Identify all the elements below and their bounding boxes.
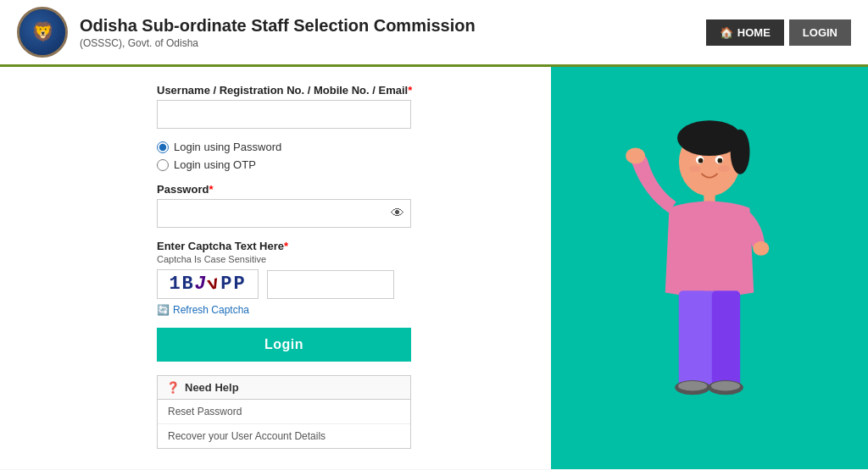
svg-point-6 <box>718 158 723 163</box>
header-text: Odisha Sub-ordinate Staff Selection Comm… <box>80 15 476 49</box>
captcha-required: * <box>284 240 288 252</box>
org-subtitle: (OSSSC), Govt. of Odisha <box>80 37 476 49</box>
login-button[interactable]: Login <box>157 328 411 362</box>
svg-rect-13 <box>679 290 707 385</box>
reset-password-link[interactable]: Reset Password <box>158 400 410 424</box>
svg-point-17 <box>678 381 707 390</box>
home-icon: 🏠 <box>720 26 733 39</box>
captcha-label: Enter Captcha Text Here* <box>157 240 526 252</box>
radio-otp-option[interactable]: Login using OTP <box>157 158 526 171</box>
svg-point-7 <box>689 165 700 172</box>
svg-point-2 <box>731 129 750 174</box>
radio-otp-label: Login using OTP <box>174 158 256 171</box>
refresh-captcha-button[interactable]: 🔄 Refresh Captcha <box>157 304 526 316</box>
svg-point-5 <box>698 158 704 163</box>
captcha-sublabel: Captcha Is Case Sensitive <box>157 254 526 264</box>
refresh-icon: 🔄 <box>157 304 170 316</box>
captcha-v: v <box>205 272 223 296</box>
home-button[interactable]: 🏠 HOME <box>706 19 784 46</box>
captcha-row: 1BJvPP <box>157 269 526 299</box>
help-title: Need Help <box>185 381 239 394</box>
captcha-input[interactable] <box>267 270 394 299</box>
username-label: Username / Registration No. / Mobile No.… <box>157 84 526 97</box>
radio-password[interactable] <box>157 141 169 153</box>
captcha-section: Enter Captcha Text Here* Captcha Is Case… <box>157 240 526 316</box>
character-illustration <box>616 108 803 429</box>
radio-password-label: Login using Password <box>174 141 281 153</box>
main-content: Username / Registration No. / Mobile No.… <box>0 67 868 469</box>
password-group: Password* 👁 <box>157 183 526 228</box>
svg-point-11 <box>753 241 769 255</box>
radio-otp[interactable] <box>157 159 169 171</box>
header-buttons: 🏠 HOME LOGIN <box>706 19 851 46</box>
login-header-button[interactable]: LOGIN <box>789 19 851 46</box>
svg-point-10 <box>626 147 645 163</box>
password-wrapper: 👁 <box>157 199 411 228</box>
username-input[interactable] <box>157 100 411 129</box>
recover-account-link[interactable]: Recover your User Account Details <box>158 424 410 448</box>
username-required: * <box>408 84 412 97</box>
username-group: Username / Registration No. / Mobile No.… <box>157 84 526 129</box>
radio-password-option[interactable]: Login using Password <box>157 141 526 153</box>
captcha-image: 1BJvPP <box>157 269 259 299</box>
page-header: Odisha Sub-ordinate Staff Selection Comm… <box>0 0 868 67</box>
svg-point-18 <box>711 381 740 390</box>
right-panel <box>551 67 868 469</box>
login-panel: Username / Registration No. / Mobile No.… <box>0 67 551 469</box>
org-logo <box>17 7 68 58</box>
login-method-group: Login using Password Login using OTP <box>157 141 526 171</box>
help-section: ❓ Need Help Reset Password Recover your … <box>157 375 411 449</box>
refresh-captcha-label: Refresh Captcha <box>173 304 249 316</box>
org-title: Odisha Sub-ordinate Staff Selection Comm… <box>80 15 476 36</box>
toggle-password-icon[interactable]: 👁 <box>391 206 404 221</box>
help-header: ❓ Need Help <box>158 376 410 400</box>
help-icon: ❓ <box>166 381 180 394</box>
password-label: Password* <box>157 183 526 196</box>
password-required: * <box>209 183 213 196</box>
svg-point-8 <box>718 165 729 172</box>
header-left: Odisha Sub-ordinate Staff Selection Comm… <box>17 7 476 58</box>
password-input[interactable] <box>157 199 411 228</box>
svg-rect-14 <box>712 290 740 385</box>
